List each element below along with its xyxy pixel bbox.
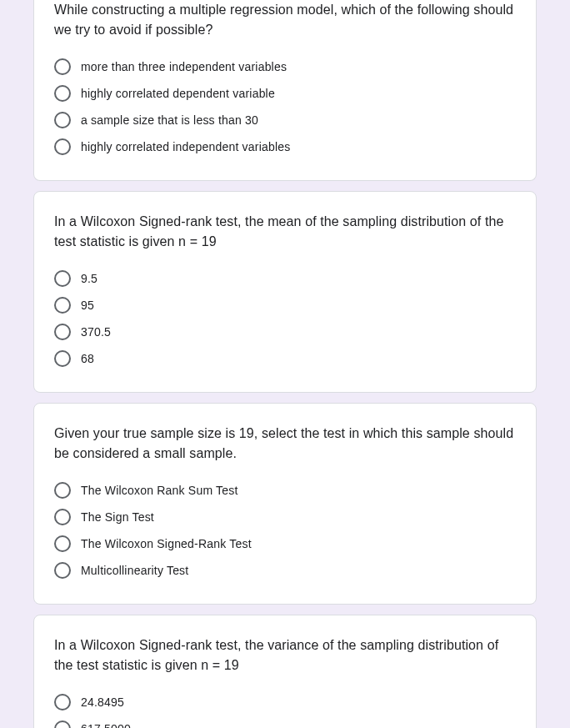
- question-card: In a Wilcoxon Signed-rank test, the mean…: [33, 191, 537, 393]
- radio-icon: [54, 112, 71, 128]
- radio-icon: [54, 482, 71, 499]
- radio-icon: [54, 694, 71, 710]
- radio-option[interactable]: The Wilcoxon Signed-Rank Test: [54, 530, 516, 557]
- option-label: a sample size that is less than 30: [81, 112, 258, 128]
- radio-option[interactable]: The Sign Test: [54, 504, 516, 530]
- option-label: The Sign Test: [81, 509, 154, 525]
- radio-option[interactable]: 95: [54, 292, 516, 319]
- radio-option[interactable]: 370.5: [54, 319, 516, 345]
- radio-icon: [54, 297, 71, 314]
- radio-icon: [54, 324, 71, 340]
- radio-icon: [54, 138, 71, 155]
- radio-icon: [54, 562, 71, 579]
- option-label: 95: [81, 297, 94, 314]
- radio-icon: [54, 509, 71, 525]
- radio-option[interactable]: 617.5000: [54, 715, 516, 728]
- radio-option[interactable]: highly correlated dependent variable: [54, 80, 516, 107]
- radio-icon: [54, 535, 71, 552]
- question-prompt: Given your true sample size is 19, selec…: [54, 424, 516, 464]
- radio-option[interactable]: The Wilcoxon Rank Sum Test: [54, 477, 516, 504]
- radio-icon: [54, 270, 71, 287]
- radio-icon: [54, 350, 71, 367]
- radio-option[interactable]: Multicollinearity Test: [54, 557, 516, 584]
- radio-option[interactable]: 68: [54, 345, 516, 372]
- option-label: 370.5: [81, 324, 111, 340]
- option-label: The Wilcoxon Signed-Rank Test: [81, 535, 252, 552]
- option-label: 9.5: [81, 270, 98, 287]
- radio-icon: [54, 58, 71, 75]
- option-label: more than three independent variables: [81, 58, 287, 75]
- radio-option[interactable]: highly correlated independent variables: [54, 133, 516, 160]
- option-label: 68: [81, 350, 94, 367]
- question-prompt: In a Wilcoxon Signed-rank test, the vari…: [54, 635, 516, 675]
- question-card: While constructing a multiple regression…: [33, 0, 537, 181]
- radio-icon: [54, 720, 71, 728]
- question-card: Given your true sample size is 19, selec…: [33, 403, 537, 605]
- form-page: While constructing a multiple regression…: [0, 0, 570, 728]
- question-prompt: In a Wilcoxon Signed-rank test, the mean…: [54, 212, 516, 252]
- radio-option[interactable]: more than three independent variables: [54, 53, 516, 80]
- option-label: Multicollinearity Test: [81, 562, 188, 579]
- option-label: 24.8495: [81, 694, 124, 710]
- radio-icon: [54, 85, 71, 102]
- option-label: 617.5000: [81, 720, 131, 728]
- question-card: In a Wilcoxon Signed-rank test, the vari…: [33, 615, 537, 728]
- option-label: highly correlated dependent variable: [81, 85, 275, 102]
- radio-option[interactable]: a sample size that is less than 30: [54, 107, 516, 133]
- option-label: highly correlated independent variables: [81, 138, 290, 155]
- radio-option[interactable]: 9.5: [54, 265, 516, 292]
- option-label: The Wilcoxon Rank Sum Test: [81, 482, 238, 499]
- question-prompt: While constructing a multiple regression…: [54, 0, 516, 40]
- radio-option[interactable]: 24.8495: [54, 689, 516, 715]
